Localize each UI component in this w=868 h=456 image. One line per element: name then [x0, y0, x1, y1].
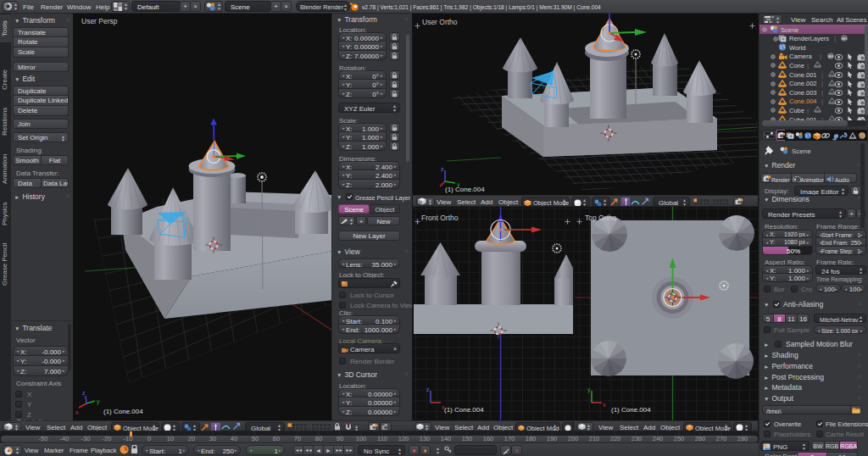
svg-text:180: 180 [526, 435, 537, 442]
svg-text:230: 230 [632, 435, 643, 442]
svg-text:210: 210 [589, 435, 600, 442]
svg-text:240: 240 [653, 435, 664, 442]
svg-text:0: 0 [147, 435, 151, 442]
svg-text:270: 270 [716, 435, 727, 442]
svg-text:50: 50 [252, 435, 259, 442]
svg-text:150: 150 [462, 435, 473, 442]
svg-text:y: y [97, 398, 100, 405]
svg-text:140: 140 [441, 435, 452, 442]
svg-text:130: 130 [420, 435, 431, 442]
svg-text:x: x [75, 409, 79, 415]
svg-text:190: 190 [547, 435, 558, 442]
svg-text:y: y [587, 386, 591, 393]
svg-text:170: 170 [504, 435, 515, 442]
svg-text:220: 220 [610, 435, 621, 442]
svg-text:120: 120 [398, 435, 409, 442]
svg-text:z: z [426, 386, 430, 392]
svg-text:x: x [442, 404, 445, 410]
svg-text:x: x [603, 402, 606, 408]
svg-text:60: 60 [273, 435, 280, 442]
svg-text:-30: -30 [81, 435, 91, 442]
svg-text:y: y [457, 181, 460, 188]
svg-text:100: 100 [356, 435, 367, 442]
svg-text:10: 10 [167, 435, 174, 442]
svg-text:30: 30 [209, 435, 216, 442]
svg-text:z: z [441, 166, 444, 172]
svg-text:160: 160 [483, 435, 494, 442]
svg-text:250: 250 [674, 435, 685, 442]
svg-text:200: 200 [568, 435, 579, 442]
svg-text:70: 70 [294, 435, 301, 442]
svg-text:-50: -50 [39, 435, 48, 442]
svg-text:z: z [82, 390, 86, 396]
svg-text:-20: -20 [103, 435, 112, 442]
svg-text:20: 20 [188, 435, 195, 442]
svg-text:110: 110 [377, 435, 387, 442]
svg-text:80: 80 [315, 435, 322, 442]
svg-text:-10: -10 [124, 435, 133, 442]
svg-text:260: 260 [695, 435, 706, 442]
svg-text:-40: -40 [60, 435, 70, 442]
svg-text:280: 280 [737, 435, 748, 442]
svg-text:40: 40 [231, 435, 237, 442]
svg-text:90: 90 [337, 435, 343, 442]
